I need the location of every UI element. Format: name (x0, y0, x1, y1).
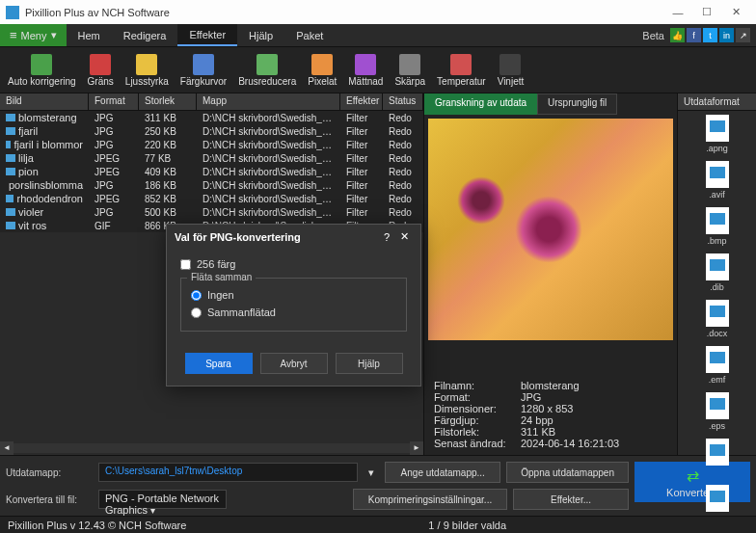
meta-date-v: 2024-06-14 16:21:03 (521, 438, 619, 449)
image-icon (6, 168, 15, 175)
format-icon (706, 115, 729, 142)
file-row[interactable]: blomsterangJPG311 KBD:\NCH skrivbord\Swe… (0, 111, 423, 124)
meta-size-k: Filstorlek: (434, 426, 521, 438)
dialog-title: Val för PNG-konvertering (175, 231, 378, 243)
format-emf[interactable]: .emf (678, 342, 756, 388)
interlace-yes-radio[interactable]: Sammanflätad (191, 304, 396, 321)
tool-icon (136, 54, 157, 75)
file-row[interactable]: fjaril i blommorJPG220 KBD:\NCH skrivbor… (0, 138, 423, 151)
horizontal-scrollbar[interactable]: ◄ ► (0, 441, 423, 455)
image-icon (6, 208, 15, 216)
tab-granskning[interactable]: Granskning av utdata (424, 93, 537, 115)
file-row[interactable]: rhododendronJPEG852 KBD:\NCH skrivbord\S… (0, 192, 423, 205)
dialog-close-button[interactable]: ✕ (395, 230, 413, 243)
output-format-header: Utdataformat (678, 93, 756, 111)
convert-button[interactable]: ⇄ Konvertera (634, 462, 750, 502)
dialog-save-button[interactable]: Spara (185, 353, 253, 374)
interlace-none-input[interactable] (191, 290, 202, 301)
tool-icon (193, 54, 214, 75)
format-label: .eps (709, 421, 725, 431)
col-storlek[interactable]: Storlek (139, 93, 197, 110)
menu-hem[interactable]: Hem (67, 24, 112, 46)
256-color-input[interactable] (180, 259, 191, 270)
facebook-icon[interactable]: f (687, 28, 701, 42)
format-bmp[interactable]: .bmp (678, 203, 756, 250)
format-label: .apng (706, 144, 728, 153)
format-dib[interactable]: .dib (678, 250, 756, 296)
file-row[interactable]: liljaJPEG77 KBD:\NCH skrivbord\Swedish_S… (0, 151, 423, 165)
preview-panel: Granskning av utdata Ursprunglig fil Fil… (424, 93, 677, 455)
meta-filename-k: Filnamn: (434, 380, 521, 391)
format-select[interactable]: PNG - Portable Network Graphics ▾ (98, 490, 227, 509)
thumbs-up-icon[interactable]: 👍 (670, 28, 685, 42)
close-button[interactable]: ✕ (721, 6, 750, 18)
tool-färgkurvor[interactable]: Färgkurvor (175, 52, 232, 89)
dialog-help-button[interactable]: ? (378, 231, 395, 243)
hamburger-icon: ≡ (10, 28, 17, 42)
menu-button[interactable]: ≡ Meny ▾ (0, 24, 67, 46)
scroll-left-button[interactable]: ◄ (0, 441, 14, 455)
tool-label: Brusreducera (238, 76, 296, 87)
tool-auto-korrigering[interactable]: Auto korrigering (2, 52, 82, 89)
col-format[interactable]: Format (89, 93, 139, 110)
tool-icon (311, 54, 333, 75)
effects-button[interactable]: Effekter... (513, 489, 629, 510)
menu-effekter[interactable]: Effekter (177, 24, 237, 46)
col-status[interactable]: Status (383, 93, 423, 110)
tool-icon (256, 54, 278, 75)
256-color-checkbox[interactable]: 256 färg (180, 258, 407, 270)
share-icon[interactable]: ↗ (736, 28, 750, 42)
open-folder-button[interactable]: Öppna utdatamappen (506, 462, 629, 483)
format-icon (706, 207, 729, 234)
menu-paket[interactable]: Paket (284, 24, 335, 46)
format-eps[interactable]: .eps (678, 388, 756, 435)
dialog-help-button-2[interactable]: Hjälp (336, 353, 403, 374)
format-avif[interactable]: .avif (678, 157, 756, 203)
tool-mättnad[interactable]: Mättnad (342, 52, 389, 89)
minimize-button[interactable]: — (663, 7, 692, 18)
format-icon (706, 392, 729, 419)
dialog-cancel-button[interactable]: Avbryt (260, 353, 328, 374)
choose-folder-button[interactable]: Ange utdatamapp... (385, 462, 500, 483)
tool-label: Skärpa (394, 76, 425, 87)
compression-settings-button[interactable]: Komprimeringsinställningar... (353, 489, 507, 510)
file-row[interactable]: violerJPG500 KBD:\NCH skrivbord\Swedish_… (0, 205, 423, 219)
menu-redigera[interactable]: Redigera (112, 24, 178, 46)
interlace-none-radio[interactable]: Ingen (191, 286, 396, 304)
tool-vinjett[interactable]: Vinjett (492, 52, 530, 89)
scroll-right-button[interactable]: ► (410, 441, 423, 455)
dropdown-icon[interactable]: ▾ (364, 466, 379, 479)
interlace-none-label: Ingen (207, 289, 234, 301)
linkedin-icon[interactable]: in (719, 28, 734, 42)
menu-bar: ≡ Meny ▾ HemRedigeraEffekterHjälpPaket B… (0, 24, 756, 47)
tool-brusreducera[interactable]: Brusreducera (232, 52, 302, 89)
col-bild[interactable]: Bild (0, 93, 89, 110)
file-row[interactable]: fjarilJPG250 KBD:\NCH skrivbord\Swedish_… (0, 124, 423, 138)
tool-gräns[interactable]: Gräns (82, 52, 120, 89)
tab-ursprunglig[interactable]: Ursprunglig fil (537, 93, 617, 115)
tool-ljusstyrka[interactable]: Ljusstyrka (120, 52, 175, 89)
interlace-yes-input[interactable] (191, 307, 202, 318)
bottom-bar: Utdatamapp: C:\Users\sarah_lsl7tnw\Deskt… (0, 455, 756, 516)
tool-pixelat[interactable]: Pixelat (302, 52, 342, 89)
col-mapp[interactable]: Mapp (197, 93, 340, 110)
interlace-yes-label: Sammanflätad (207, 306, 276, 318)
twitter-icon[interactable]: t (703, 28, 717, 42)
format-apng[interactable]: .apng (678, 111, 756, 157)
maximize-button[interactable]: ☐ (692, 6, 721, 18)
format-docx[interactable]: .docx (678, 296, 756, 342)
preview-image (428, 119, 673, 340)
tool-icon (90, 54, 111, 75)
menu-label: Meny (21, 30, 47, 41)
output-folder-input[interactable]: C:\Users\sarah_lsl7tnw\Desktop (98, 463, 358, 482)
meta-filename-v: blomsterang (521, 380, 580, 391)
app-icon (6, 6, 19, 19)
file-row[interactable]: pionJPEG409 KBD:\NCH skrivbord\Swedish_S… (0, 165, 423, 178)
menu-hjälp[interactable]: Hjälp (237, 24, 284, 46)
file-row[interactable]: porslinsblommaJPG186 KBD:\NCH skrivbord\… (0, 178, 423, 192)
tool-label: Gräns (88, 76, 114, 87)
tool-skärpa[interactable]: Skärpa (389, 52, 431, 89)
col-effekter[interactable]: Effekter (340, 93, 383, 110)
image-icon (6, 195, 14, 202)
tool-temperatur[interactable]: Temperatur (431, 52, 492, 89)
